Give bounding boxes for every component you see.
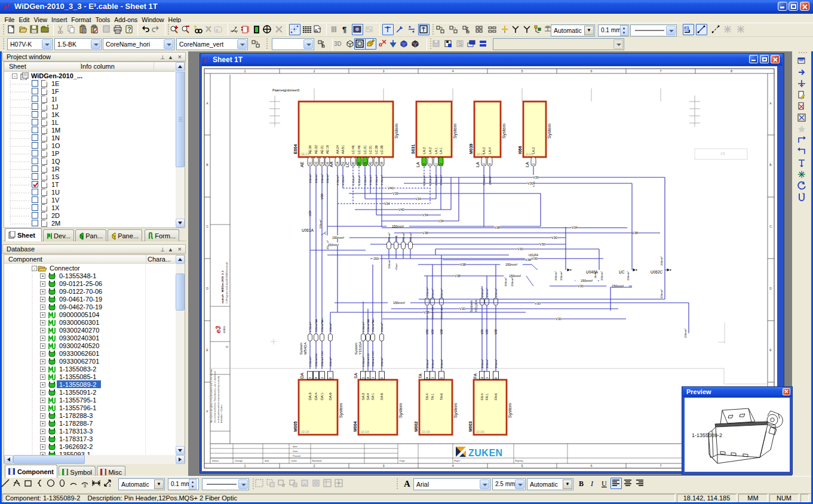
svg-text:150mm²: 150mm²	[328, 243, 339, 247]
svg-text:41: 41	[369, 161, 372, 165]
svg-text:150mm²: 150mm²	[511, 277, 514, 287]
svg-text:V40: V40	[388, 186, 394, 190]
svg-text:ZUKEN: ZUKEN	[468, 448, 503, 458]
svg-text:TA:4: TA:4	[425, 394, 429, 400]
svg-text:TA:6: TA:6	[440, 394, 443, 400]
svg-text:3: 3	[109, 484, 111, 487]
svg-text:AA:24: AA:24	[336, 145, 339, 154]
svg-text:LC:46: LC:46	[357, 145, 361, 154]
svg-text:M004: M004	[353, 421, 357, 432]
svg-text:31: 31	[364, 161, 367, 165]
svg-text:UC: UC	[619, 270, 625, 274]
svg-text:V30: V30	[485, 329, 489, 334]
svg-text:5: 5	[521, 464, 523, 468]
svg-text:D: D	[206, 287, 208, 290]
svg-text:AA:51: AA:51	[341, 145, 345, 154]
svg-text:U061A: U061A	[302, 228, 314, 232]
svg-text:Paarnetgrdonieel3: Paarnetgrdonieel3	[272, 88, 299, 92]
svg-text:2: 2	[313, 464, 315, 468]
svg-text:150mm²: 150mm²	[426, 359, 429, 368]
svg-text:150mm 60T: 150mm 60T	[431, 306, 434, 319]
svg-text:V30: V30	[527, 182, 533, 185]
svg-text:System: System	[398, 403, 403, 418]
svg-text:V30: V30	[532, 257, 538, 260]
svg-text:C: C	[769, 225, 772, 228]
svg-text:0.35mm²: 0.35mm²	[369, 174, 372, 185]
svg-text:150mm²: 150mm²	[329, 357, 332, 367]
svg-text:U012FA: U012FA	[529, 254, 538, 257]
svg-text:FA:4: FA:4	[480, 394, 484, 400]
svg-text:System: System	[507, 403, 513, 418]
svg-text:B: B	[579, 480, 584, 488]
svg-text:FA: FA	[473, 373, 477, 379]
svg-text:User: User	[293, 450, 298, 453]
svg-text:5: 5	[521, 69, 523, 73]
svg-text:U062C: U062C	[651, 270, 663, 274]
svg-text:V34: V34	[422, 213, 428, 217]
svg-text:System: System	[354, 343, 358, 355]
svg-text:V38: V38	[460, 263, 466, 266]
svg-text:150mm²Mm: 150mm²Mm	[321, 318, 324, 332]
svg-text:150mm²: 150mm²	[486, 359, 489, 368]
svg-text:?: ?	[127, 26, 131, 33]
svg-text:S: S	[458, 41, 462, 47]
svg-text:0.35mm²: 0.35mm²	[342, 174, 345, 185]
svg-text:DA:3-: DA:3-	[308, 392, 312, 400]
svg-text:V38: V38	[422, 231, 428, 235]
svg-text:M005: M005	[293, 421, 297, 432]
svg-text:I066: I066	[518, 146, 522, 154]
svg-text:4: 4	[452, 69, 453, 73]
svg-text:V30: V30	[578, 284, 584, 288]
svg-text:Repl.by: Repl.by	[515, 459, 523, 462]
svg-text:date: date	[265, 459, 270, 462]
svg-text:150mm1:V30: 150mm1:V30	[372, 351, 375, 367]
svg-text:150mm²: 150mm²	[315, 174, 318, 183]
svg-text:7: 7	[659, 464, 661, 468]
svg-text:1-1355089-2: 1-1355089-2	[692, 432, 722, 438]
svg-text:V30: V30	[431, 329, 434, 334]
svg-text:We reserve all rights in this: We reserve all rights in this document a…	[210, 368, 213, 423]
svg-text:V40: V40	[398, 208, 404, 211]
svg-text:0.35mm²: 0.35mm²	[336, 174, 339, 185]
svg-text:SA:6: SA:6	[380, 393, 384, 400]
svg-text:LA:4: LA:4	[488, 147, 492, 154]
svg-text:0.35mm²: 0.35mm²	[309, 321, 312, 332]
svg-text:TA:1: TA:1	[431, 394, 434, 400]
svg-text:V38: V38	[494, 226, 500, 229]
svg-text:0.35mm²: 0.35mm²	[364, 174, 367, 185]
svg-text:150mm²: 150mm²	[684, 328, 687, 338]
svg-text:150mm²: 150mm²	[440, 359, 443, 368]
svg-text:150mm²: 150mm²	[393, 301, 405, 305]
svg-text:24: 24	[336, 161, 339, 165]
svg-text:forbidden. © Zuken: forbidden. © Zuken	[220, 404, 223, 423]
svg-text:10.C8: 10.C8	[301, 430, 309, 434]
svg-text:A: A	[404, 479, 410, 488]
svg-text:System: System	[501, 124, 507, 139]
svg-text:0.35mm²: 0.35mm²	[381, 174, 384, 185]
svg-text:cadsoft WiDGen-2010_3_3: cadsoft WiDGen-2010_3_3	[221, 271, 224, 303]
svg-text:LC:46: LC:46	[351, 145, 355, 154]
svg-text:150mm²: 150mm²	[329, 322, 332, 332]
svg-text:M002: M002	[414, 421, 418, 432]
svg-text:32: 32	[315, 161, 318, 165]
svg-text:V38: V38	[440, 329, 443, 334]
svg-text:D: D	[769, 287, 772, 290]
svg-text:name: name	[291, 459, 297, 462]
svg-text:V30: V30	[533, 176, 539, 179]
svg-text:AA: AA	[329, 161, 333, 167]
svg-text:LA:2: LA:2	[428, 147, 432, 154]
svg-text:150mm²: 150mm²	[481, 359, 484, 368]
svg-text:System: System	[338, 403, 343, 418]
svg-text:I: I	[590, 480, 594, 488]
svg-text:V30: V30	[480, 329, 484, 334]
svg-text:0.35mm²: 0.35mm²	[362, 321, 365, 332]
svg-text:V34: V34	[415, 197, 421, 201]
svg-text:150mm²: 150mm²	[509, 274, 521, 278]
svg-text:DA:4-: DA:4-	[314, 392, 318, 400]
svg-text:30: 30	[309, 161, 312, 165]
svg-text:150mm²: 150mm²	[660, 256, 663, 266]
svg-text:SA: SA	[354, 373, 358, 379]
svg-text:FA:6: FA:6	[494, 394, 498, 400]
svg-text:W54DA: W54DA	[303, 342, 307, 355]
svg-text:Status: Status	[212, 459, 219, 462]
